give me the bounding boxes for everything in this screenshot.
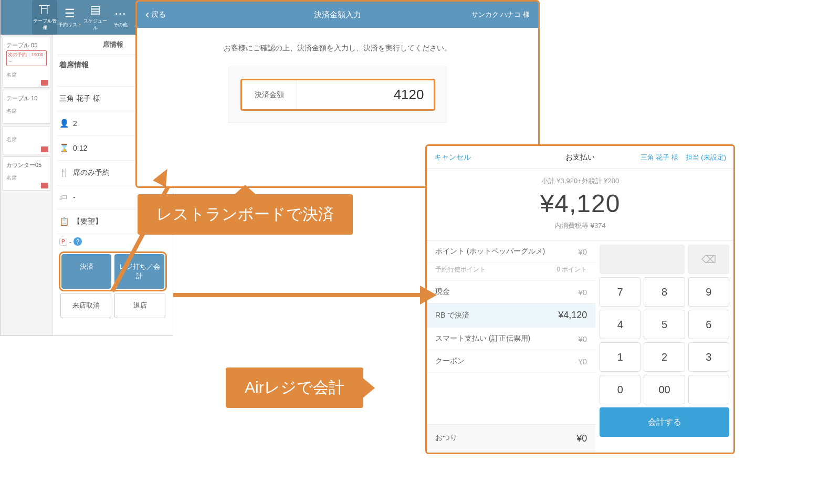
key-1[interactable]: 1	[600, 342, 640, 372]
arrow-head-icon	[420, 286, 437, 304]
fork-knife-icon: 🍴	[59, 168, 73, 177]
regi-staff[interactable]: 担当 (未設定)	[686, 153, 726, 161]
payment-customer: サンカク ハナコ 様	[471, 10, 530, 19]
person-icon: 👤	[59, 119, 73, 128]
flag-icon	[41, 183, 48, 188]
tag-icon: 🏷	[59, 193, 73, 202]
payment-amount-input[interactable]: 4120	[297, 80, 434, 109]
line-amount: ¥0	[579, 357, 587, 366]
change-label: おつり	[435, 433, 457, 444]
line-reserve-points: 予約行使ポイント 0 ポイント	[427, 263, 595, 281]
tool-label: スケジュール	[83, 18, 107, 30]
line-points[interactable]: ポイント (ホットペッパーグルメ) ¥0	[427, 240, 595, 263]
key-2[interactable]: 2	[644, 342, 685, 372]
change-amount: ¥0	[576, 433, 587, 444]
line-label: 予約行使ポイント	[435, 265, 486, 274]
more-icon: ⋯	[108, 7, 133, 20]
line-cash[interactable]: 現金 ¥0	[427, 281, 595, 303]
tool-label: その他	[113, 22, 128, 27]
customer-name: 三角 花子 様	[59, 94, 100, 103]
callout-notch-icon	[234, 185, 257, 195]
checkout-button[interactable]: 会計する	[600, 407, 729, 437]
tool-reservation-list[interactable]: ☰ 予約リスト	[57, 7, 82, 28]
key-4[interactable]: 4	[600, 310, 640, 339]
payment-description: お客様にご確認の上、決済金額を入力し、決済を実行してください。	[158, 44, 517, 53]
key-blank	[600, 245, 685, 274]
line-amount: ¥0	[579, 247, 587, 256]
tool-schedule[interactable]: ▤ スケジュール	[82, 3, 108, 32]
table-card[interactable]: テーブル 05 次の予約：19:00 ～ 名席	[3, 37, 50, 88]
reserve-type: 席のみ予約	[73, 168, 110, 177]
key-00[interactable]: 00	[644, 375, 685, 404]
payment-header: ‹ 戻る 決済金額入力 サンカク ハナコ 様	[137, 2, 538, 28]
back-label: 戻る	[151, 10, 166, 19]
seat-label: 名席	[6, 136, 47, 143]
note-icon: 📋	[59, 217, 73, 226]
line-coupon[interactable]: クーポン ¥0	[427, 350, 595, 373]
table-name: テーブル 10	[6, 94, 47, 102]
next-reservation: 次の予約：19:00 ～	[6, 50, 47, 66]
payment-amount-label: 決済金額	[242, 80, 297, 109]
cancel-visit-button[interactable]: 来店取消	[60, 293, 111, 318]
back-button[interactable]: ‹ 戻る	[145, 9, 166, 20]
flag-icon	[41, 80, 48, 86]
tax-text: 内消費税等 ¥374	[427, 221, 733, 230]
line-amount: ¥0	[579, 288, 587, 297]
key-9[interactable]: 9	[688, 277, 729, 307]
airregi-panel: キャンセル お支払い 三角 花子 様 担当 (未設定) 小計 ¥3,920+外税…	[425, 144, 735, 454]
total-area: 小計 ¥3,920+外税計 ¥200 ¥4,120 内消費税等 ¥374	[427, 169, 733, 240]
regi-customer[interactable]: 三角 花子 様	[640, 153, 678, 161]
table-icon: ⛩	[32, 3, 57, 17]
key-8[interactable]: 8	[644, 277, 685, 307]
callout-text: Airレジで会計	[245, 379, 344, 396]
hourglass-icon: ⌛	[59, 143, 73, 153]
key-backspace[interactable]: ⌫	[688, 245, 729, 274]
payment-card: 決済金額 4120	[228, 67, 447, 123]
seat-label: 名席	[6, 108, 47, 115]
tag-value: -	[73, 193, 76, 202]
arrow-to-regi	[173, 293, 425, 297]
change-row: おつり ¥0	[427, 424, 595, 453]
key-5[interactable]: 5	[644, 310, 685, 339]
line-label: 現金	[435, 287, 450, 297]
payment-amount-field: 決済金額 4120	[240, 79, 435, 111]
schedule-icon: ▤	[82, 3, 108, 17]
line-smart-pay[interactable]: スマート支払い (訂正伝票用) ¥0	[427, 328, 595, 350]
table-card[interactable]: カウンター05 名席	[3, 156, 50, 191]
line-amount: ¥4,120	[558, 310, 587, 321]
table-card[interactable]: テーブル 10 名席	[3, 90, 50, 124]
point-value: -	[69, 238, 71, 246]
table-card[interactable]: 名席	[3, 126, 50, 154]
subtotal-text: 小計 ¥3,920+外税計 ¥200	[427, 176, 733, 186]
key-empty[interactable]	[688, 375, 729, 404]
key-3[interactable]: 3	[688, 342, 729, 372]
regi-title: お支払い	[565, 153, 595, 162]
pay-button[interactable]: 決済	[61, 254, 111, 289]
leave-button[interactable]: 退店	[114, 293, 165, 318]
point-row: P - ?	[57, 234, 169, 251]
key-7[interactable]: 7	[600, 277, 640, 307]
cancel-button[interactable]: キャンセル	[434, 153, 471, 162]
note-label: 【要望】	[73, 217, 102, 226]
tool-other[interactable]: ⋯ その他	[108, 7, 133, 28]
key-6[interactable]: 6	[688, 310, 729, 339]
line-label: スマート支払い (訂正伝票用)	[435, 334, 530, 343]
action-row-secondary: 来店取消 退店	[60, 293, 165, 318]
seat-label: 名席	[6, 174, 47, 182]
action-row-primary: 決済 レジ打ち／会計	[60, 253, 165, 290]
help-icon[interactable]: ?	[74, 237, 82, 246]
callout-restaurant-board: レストランボードで決済	[138, 194, 353, 235]
tool-table-manage[interactable]: ⛩ テーブル管理	[32, 0, 57, 35]
callout-text: レストランボードで決済	[156, 205, 334, 223]
keypad: ⌫ 7 8 9 4 5 6 1 2 3 0 00 会計する	[595, 240, 733, 453]
point-badge-icon: P	[59, 238, 67, 246]
key-0[interactable]: 0	[600, 375, 640, 404]
line-label: ポイント (ホットペッパーグルメ)	[435, 247, 545, 256]
tool-label: 予約リスト	[58, 22, 82, 27]
line-rb-payment[interactable]: RB で決済 ¥4,120	[427, 303, 595, 328]
total-amount: ¥4,120	[427, 189, 733, 218]
regi-header: キャンセル お支払い 三角 花子 様 担当 (未設定)	[427, 146, 733, 169]
line-label: クーポン	[435, 356, 465, 366]
guest-count: 2	[73, 119, 77, 128]
chevron-left-icon: ‹	[145, 9, 149, 20]
